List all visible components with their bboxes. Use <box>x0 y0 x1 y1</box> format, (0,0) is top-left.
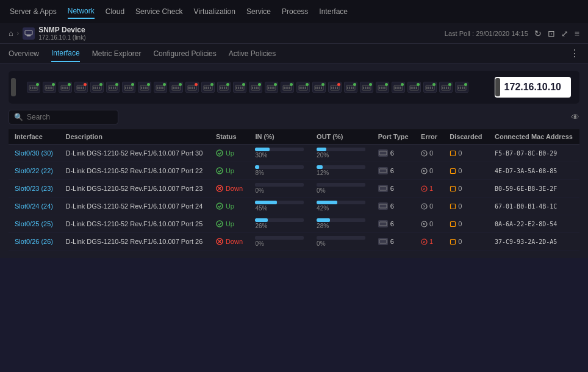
nav-interface[interactable]: Interface <box>319 5 348 18</box>
cell-port-type: 6 <box>372 215 415 233</box>
port-1[interactable] <box>43 82 56 93</box>
cell-mac: 0A-6A-22-E2-8D-54 <box>489 215 579 233</box>
cell-interface[interactable]: Slot0/30 (30) <box>9 145 60 162</box>
port-17[interactable] <box>296 82 310 93</box>
out-progress-fill <box>317 201 337 204</box>
top-navigation: Server & Apps Network Cloud Service Chec… <box>0 0 588 23</box>
cell-port-type: 6 <box>372 233 415 251</box>
port-4[interactable] <box>90 82 104 93</box>
interface-link[interactable]: Slot0/22 (22) <box>15 167 53 174</box>
tab-overview[interactable]: Overview <box>9 46 39 62</box>
cell-in: 0% <box>249 233 310 251</box>
svg-point-143 <box>217 150 223 156</box>
port-0[interactable] <box>27 82 40 93</box>
cell-port-type: 6 <box>372 162 415 180</box>
port-16[interactable] <box>281 82 294 93</box>
home-icon[interactable]: ⌂ <box>9 29 13 38</box>
discarded-value: 0 <box>458 149 462 157</box>
nav-cloud[interactable]: Cloud <box>106 5 124 18</box>
nav-virtualization[interactable]: Virtualization <box>193 5 235 18</box>
port-18[interactable] <box>312 82 326 93</box>
discarded-value: 0 <box>458 238 462 245</box>
nav-network[interactable]: Network <box>68 4 95 19</box>
port-type-icon <box>378 238 388 245</box>
cell-description: D-Link DGS-1210-52 Rev.F1/6.10.007 Port … <box>60 162 210 180</box>
port-21[interactable] <box>360 82 373 93</box>
tab-active-policies[interactable]: Active Policies <box>229 46 276 62</box>
port-6[interactable] <box>122 82 135 93</box>
menu-icon[interactable]: ≡ <box>575 29 579 38</box>
cell-status: Up <box>210 162 249 180</box>
cell-interface[interactable]: Slot0/23 (23) <box>9 180 60 198</box>
port-24[interactable] <box>407 82 421 93</box>
table-row: Slot0/30 (30)D-Link DGS-1210-52 Rev.F1/6… <box>9 145 579 162</box>
port-19[interactable] <box>328 82 342 93</box>
port-8[interactable] <box>154 82 167 93</box>
port-3[interactable] <box>74 82 88 93</box>
discarded-cell: 0 <box>450 202 482 210</box>
port-13[interactable] <box>233 82 246 93</box>
port-5[interactable] <box>106 82 120 93</box>
cell-interface[interactable]: Slot0/22 (22) <box>9 162 60 180</box>
cell-mac: 67-01-B0-B1-4B-1C <box>489 198 579 215</box>
port-26[interactable] <box>439 82 453 93</box>
port-22[interactable] <box>376 82 389 93</box>
table-row: Slot0/25 (25)D-Link DGS-1210-52 Rev.F1/6… <box>9 215 579 233</box>
interface-link[interactable]: Slot0/30 (30) <box>15 149 53 157</box>
port-23[interactable] <box>392 82 405 93</box>
cell-interface[interactable]: Slot0/26 (26) <box>9 233 60 251</box>
port-25[interactable] <box>423 82 437 93</box>
port-7[interactable] <box>138 82 151 93</box>
nav-server-apps[interactable]: Server & Apps <box>10 5 57 18</box>
refresh-icon[interactable]: ↻ <box>534 29 542 38</box>
port-10[interactable] <box>185 82 199 93</box>
svg-point-159 <box>217 221 223 227</box>
search-input-wrap[interactable]: 🔍 <box>9 110 118 124</box>
error-value: 1 <box>429 185 433 192</box>
svg-rect-146 <box>451 151 456 156</box>
cell-error: 0 <box>415 162 443 180</box>
screenshot-icon[interactable]: ⊡ <box>548 29 555 38</box>
error-value: 1 <box>429 238 433 245</box>
cell-interface[interactable]: Slot0/24 (24) <box>9 198 60 215</box>
visibility-icon[interactable]: 👁 <box>571 112 579 122</box>
right-scroll-indicator <box>495 78 500 96</box>
tab-interface[interactable]: Interface <box>51 45 80 62</box>
port-15[interactable] <box>265 82 278 93</box>
port-2[interactable] <box>59 82 72 93</box>
out-progress: 20% <box>317 148 366 159</box>
col-discarded: Discarded <box>443 129 489 145</box>
port-27[interactable] <box>455 82 468 93</box>
out-progress: 12% <box>317 165 366 176</box>
port-20[interactable] <box>344 82 357 93</box>
svg-rect-162 <box>451 221 456 226</box>
col-interface: Interface <box>9 129 60 145</box>
port-11[interactable] <box>201 82 215 93</box>
nav-service[interactable]: Service <box>246 5 271 18</box>
cell-interface[interactable]: Slot0/25 (25) <box>9 215 60 233</box>
tab-configured-policies[interactable]: Configured Policies <box>153 46 216 62</box>
cell-status: Up <box>210 198 249 215</box>
out-label: 12% <box>317 170 366 176</box>
interface-link[interactable]: Slot0/24 (24) <box>15 202 53 210</box>
in-label: 26% <box>255 223 304 229</box>
search-input[interactable] <box>27 113 112 121</box>
interface-link[interactable]: Slot0/23 (23) <box>15 185 53 192</box>
cell-description: D-Link DGS-1210-52 Rev.F1/6.10.007 Port … <box>60 233 210 251</box>
interface-link[interactable]: Slot0/26 (26) <box>15 238 53 245</box>
more-options-icon[interactable]: ⋮ <box>570 48 579 59</box>
nav-service-check[interactable]: Service Check <box>135 5 182 18</box>
discarded-cell: 0 <box>450 167 482 174</box>
port-14[interactable] <box>249 82 262 93</box>
nav-process[interactable]: Process <box>282 5 308 18</box>
port-9[interactable] <box>170 82 183 93</box>
interface-link[interactable]: Slot0/25 (25) <box>15 220 53 227</box>
breadcrumb-right: Last Poll : 29/01/2020 14:15 ↻ ⊡ ⤢ ≡ <box>445 29 579 38</box>
discarded-value: 0 <box>458 167 462 174</box>
tab-metric-explorer[interactable]: Metric Explorer <box>92 46 142 62</box>
breadcrumb-chevron: › <box>17 30 19 37</box>
out-label: 28% <box>317 223 366 229</box>
expand-icon[interactable]: ⤢ <box>561 29 568 38</box>
port-12[interactable] <box>217 82 231 93</box>
port-type-value: 6 <box>390 202 394 210</box>
